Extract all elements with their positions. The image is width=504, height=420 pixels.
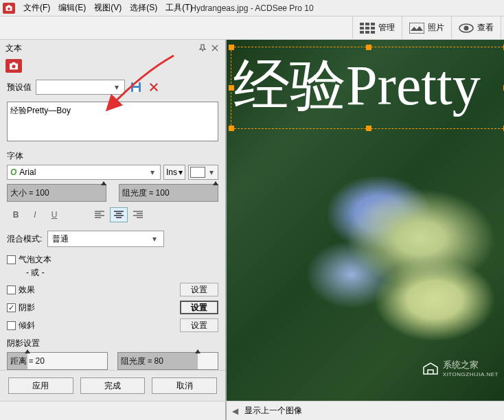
- menu-edit[interactable]: 编辑(E): [54, 0, 90, 16]
- tab-manage[interactable]: 管理: [352, 16, 402, 39]
- svg-rect-5: [371, 23, 375, 25]
- pin-icon[interactable]: [198, 43, 207, 53]
- skew-label: 倾斜: [19, 320, 35, 331]
- opacity-slider[interactable]: 阻光度 = 100: [119, 184, 218, 202]
- resize-handle[interactable]: [366, 126, 371, 131]
- effect-label: 效果: [19, 284, 35, 296]
- tab-photo[interactable]: 照片: [402, 16, 451, 39]
- effect-checkbox[interactable]: [7, 285, 16, 294]
- menu-file[interactable]: 文件(F): [19, 0, 54, 16]
- app-icon: [3, 3, 15, 14]
- menu-view[interactable]: 视图(V): [90, 0, 126, 16]
- svg-rect-19: [133, 82, 139, 86]
- chevron-down-icon: ▾: [148, 167, 157, 177]
- panel-body: 预设值 ▾ 字体 O Ari: [0, 75, 225, 370]
- main-area: 文本 预设值 ▾: [0, 40, 504, 401]
- color-swatch: [190, 167, 205, 178]
- svg-rect-11: [371, 31, 375, 34]
- svg-rect-2: [8, 5, 11, 6]
- svg-point-14: [464, 25, 469, 30]
- or-divider: - 或 -: [7, 267, 218, 279]
- blend-label: 混合模式:: [7, 233, 42, 245]
- apply-button[interactable]: 应用: [8, 377, 73, 394]
- done-button[interactable]: 完成: [80, 377, 146, 394]
- preset-combo[interactable]: ▾: [36, 80, 125, 95]
- svg-rect-8: [371, 27, 375, 30]
- shadow-label: 阴影: [19, 302, 35, 314]
- tab-view[interactable]: 查看: [451, 16, 501, 39]
- view-mode-tabs: 管理 照片 查看: [0, 16, 504, 40]
- cancel-button[interactable]: 取消: [152, 377, 217, 394]
- svg-rect-17: [12, 62, 15, 65]
- panel-header: 文本: [0, 40, 225, 56]
- shadow-distance-slider[interactable]: 距离 = 20: [7, 352, 108, 370]
- status-text: 显示上一个图像: [244, 405, 302, 417]
- text-color-button[interactable]: ▾: [188, 165, 218, 180]
- tab-label: 管理: [378, 22, 395, 34]
- svg-rect-3: [360, 23, 364, 25]
- delete-preset-button[interactable]: [147, 80, 161, 94]
- effect-settings-button[interactable]: 设置: [180, 283, 218, 296]
- resize-handle[interactable]: [229, 126, 234, 131]
- font-combo[interactable]: O Arial ▾: [7, 165, 161, 180]
- skew-settings-button[interactable]: 设置: [180, 318, 218, 332]
- text-tool-panel: 文本 预设值 ▾: [0, 40, 227, 401]
- font-preview-icon: O: [10, 167, 16, 177]
- snapshot-button[interactable]: [5, 59, 22, 73]
- grid-icon: [360, 23, 375, 34]
- size-slider[interactable]: 大小 = 100: [7, 184, 106, 202]
- font-name: Arial: [19, 167, 36, 177]
- watermark-logo-icon: [421, 360, 440, 377]
- panel-title: 文本: [5, 43, 195, 54]
- text-input[interactable]: [7, 102, 218, 141]
- blend-mode-combo[interactable]: 普通 ▾: [47, 231, 164, 247]
- chevron-down-icon: ▾: [112, 82, 122, 92]
- svg-rect-4: [365, 23, 369, 25]
- svg-point-16: [12, 65, 15, 68]
- svg-rect-6: [360, 27, 364, 30]
- align-left-button[interactable]: [91, 207, 108, 222]
- panel-actions: 应用 完成 取消: [0, 370, 225, 401]
- chevron-down-icon: ▾: [150, 234, 159, 244]
- tab-label: 查看: [477, 22, 494, 34]
- svg-rect-9: [360, 31, 364, 34]
- svg-rect-12: [409, 23, 424, 34]
- skew-checkbox[interactable]: [7, 321, 16, 330]
- prev-image-button[interactable]: ◀: [232, 407, 240, 415]
- save-preset-button[interactable]: [129, 80, 143, 94]
- menu-select[interactable]: 选择(S): [126, 0, 161, 16]
- svg-rect-7: [365, 27, 369, 30]
- close-icon[interactable]: [210, 43, 220, 53]
- image-canvas[interactable]: 经验Pretty 系统之家 XITONGZHIJIA.NET: [227, 40, 504, 401]
- eye-icon: [459, 23, 474, 34]
- align-right-button[interactable]: [129, 207, 147, 222]
- shadow-settings-button[interactable]: 设置: [180, 301, 218, 314]
- photo-icon: [409, 23, 424, 34]
- align-center-button[interactable]: [110, 207, 128, 222]
- shadow-opacity-slider[interactable]: 阻光度 = 80: [117, 352, 218, 370]
- bubble-label: 气泡文本: [19, 254, 51, 266]
- insert-button[interactable]: Ins▾: [163, 165, 185, 180]
- bubble-text-checkbox[interactable]: [7, 255, 16, 264]
- shadow-checkbox[interactable]: [7, 303, 16, 312]
- watermark: 系统之家 XITONGZHIJIA.NET: [421, 359, 499, 377]
- shadow-section-label: 阴影设置: [7, 338, 218, 349]
- font-label: 字体: [7, 150, 218, 162]
- svg-rect-10: [365, 31, 369, 34]
- statusbar: ◀ 显示上一个图像: [0, 401, 504, 420]
- window-title: Hydrangeas.jpg - ACDSee Pro 10: [190, 3, 313, 13]
- svg-rect-20: [133, 88, 139, 92]
- underline-button[interactable]: U: [45, 207, 63, 222]
- blend-value: 普通: [52, 233, 69, 245]
- chevron-down-icon: ▾: [207, 167, 216, 177]
- canvas-text-overlay[interactable]: 经验Pretty: [233, 48, 481, 124]
- svg-point-1: [8, 7, 10, 10]
- tab-label: 照片: [428, 22, 444, 34]
- bold-button[interactable]: B: [7, 207, 25, 222]
- preset-label: 预设值: [7, 82, 32, 93]
- italic-button[interactable]: I: [26, 207, 44, 222]
- menubar: 文件(F) 编辑(E) 视图(V) 选择(S) 工具(T) Hydrangeas…: [0, 0, 504, 16]
